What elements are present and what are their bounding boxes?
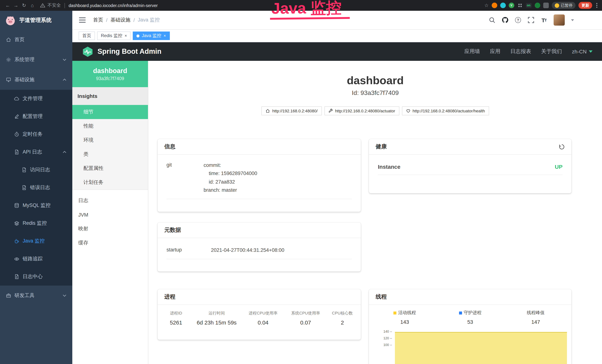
address-bar[interactable]: 不安全 dashboard.yudao.iocoder.cn/infra/adm… bbox=[40, 2, 158, 9]
sidebar-item-dev-tools[interactable]: 研发工具 bbox=[0, 286, 72, 306]
legend-daemon-threads: 守护进程 53 bbox=[437, 310, 503, 325]
sidebar-item-access-log[interactable]: 访问日志 bbox=[0, 161, 72, 179]
app-logo-row[interactable]: 芋道管理系统 bbox=[0, 11, 72, 30]
sidebar-item-trace[interactable]: 链路追踪 bbox=[0, 250, 72, 268]
browser-toolbar-right: ☆ V on 已暂停 更新 bbox=[484, 2, 599, 9]
sba-menu-item-performance[interactable]: 性能 bbox=[72, 119, 148, 133]
info-value: commit: time: 1596289704000 id: 27aa832 … bbox=[204, 161, 352, 194]
extension-icon-toggle[interactable]: on bbox=[526, 3, 532, 8]
fullscreen-icon[interactable] bbox=[528, 17, 534, 23]
sba-menu-item-config-props[interactable]: 配置属性 bbox=[72, 161, 148, 175]
sidebar-item-error-log[interactable]: 错误日志 bbox=[0, 179, 72, 197]
forward-button[interactable]: → bbox=[12, 3, 20, 8]
legend-blue-square bbox=[459, 311, 462, 314]
health-instance-row: Instance UP bbox=[378, 163, 562, 175]
sidebar-item-redis-monitor[interactable]: Redis 监控 bbox=[0, 214, 72, 232]
sba-menu-item-mappings[interactable]: 映射 bbox=[72, 222, 148, 236]
monitor-icon bbox=[6, 77, 11, 82]
process-card-title: 进程 bbox=[158, 289, 361, 305]
sba-menu-item-scheduled-tasks[interactable]: 计划任务 bbox=[72, 175, 148, 190]
hamburger-icon[interactable] bbox=[79, 17, 86, 23]
history-icon[interactable] bbox=[559, 144, 565, 150]
breadcrumb-section[interactable]: 基础设施 bbox=[110, 17, 130, 23]
process-uptime: 运行时间 6d 23h 15m 59s bbox=[192, 310, 242, 326]
metadata-value: 2021-04-27T00:44:31.254+08:00 bbox=[211, 246, 352, 255]
sidebar-item-home[interactable]: 首页 bbox=[0, 30, 72, 50]
sidebar-item-java-monitor[interactable]: Java 监控 bbox=[0, 232, 72, 250]
extension-icon-green-v[interactable]: V bbox=[509, 3, 514, 8]
extension-icon-puzzle[interactable] bbox=[543, 3, 548, 8]
sidebar-item-infra[interactable]: 基础设施 bbox=[0, 70, 72, 90]
document-icon bbox=[14, 150, 19, 155]
update-button[interactable]: 更新 bbox=[579, 2, 592, 9]
info-git-row: git commit: time: 1596289704000 id: 27aa… bbox=[166, 161, 352, 199]
security-warning-label: 不安全 bbox=[47, 2, 61, 9]
sba-nav-about[interactable]: 关于我们 bbox=[541, 48, 562, 55]
extension-icon-drop[interactable] bbox=[500, 3, 505, 8]
sidebar-item-scheduled-jobs[interactable]: 定时任务 bbox=[0, 125, 72, 143]
tab-redis-monitor[interactable]: Redis 监控 × bbox=[97, 32, 131, 40]
sidebar-item-file-manage[interactable]: 文件管理 bbox=[0, 90, 72, 107]
close-icon[interactable]: × bbox=[163, 34, 166, 38]
sba-instance-header[interactable]: dashboard 93a3fc7f7409 bbox=[72, 61, 148, 87]
process-cpu-usage: 进程CPU使用率 0.04 bbox=[242, 310, 284, 326]
bookmark-star-icon[interactable]: ☆ bbox=[484, 3, 489, 8]
profile-paused-badge[interactable]: 已暂停 bbox=[552, 2, 575, 9]
sidebar-item-system[interactable]: 系统管理 bbox=[0, 50, 72, 70]
close-icon[interactable]: × bbox=[125, 34, 127, 38]
user-avatar[interactable] bbox=[554, 14, 565, 26]
sba-brand[interactable]: Spring Boot Admin bbox=[97, 47, 161, 56]
help-icon[interactable]: ? bbox=[515, 17, 521, 23]
sidebar-item-mysql-monitor[interactable]: MySQL 监控 bbox=[0, 197, 72, 214]
sidebar-item-log-center[interactable]: 日志中心 bbox=[0, 268, 72, 286]
breadcrumb-home[interactable]: 首页 bbox=[93, 17, 103, 23]
sba-menu-section-insights[interactable]: Insights bbox=[72, 87, 148, 105]
health-status-badge: UP bbox=[555, 163, 562, 170]
sidebar-item-api-log[interactable]: API 日志 bbox=[0, 143, 72, 161]
font-size-icon[interactable]: TT bbox=[541, 17, 547, 23]
link-service-url[interactable]: http://192.168.0.2:48080/ bbox=[261, 107, 322, 115]
app-sidebar: 芋道管理系统 首页 系统管理 基础设施 文件管理 bbox=[0, 11, 72, 364]
link-health-url[interactable]: http://192.168.0.2:48080/actuator/health bbox=[402, 107, 489, 115]
chevron-down-icon bbox=[63, 59, 66, 61]
browser-menu-icon[interactable] bbox=[595, 3, 599, 8]
sba-nav-journal[interactable]: 日志报表 bbox=[510, 48, 531, 55]
active-tab-dot bbox=[137, 34, 140, 37]
sba-nav-wall[interactable]: 应用墙 bbox=[464, 48, 480, 55]
sba-locale-select[interactable]: zh-CN bbox=[572, 49, 592, 54]
sba-instance-name: dashboard bbox=[93, 67, 127, 75]
threads-legend: 活动线程 143 守护进程 53 线程峰值 147 bbox=[369, 305, 571, 325]
avatar-caret-icon[interactable] bbox=[571, 19, 574, 21]
info-card: 信息 git commit: time: 1596289704000 id: 2… bbox=[158, 139, 361, 212]
timer-icon bbox=[14, 132, 19, 137]
url-text[interactable]: dashboard.yudao.iocoder.cn/infra/admin-s… bbox=[69, 3, 158, 8]
sba-menu-item-jvm[interactable]: JVM bbox=[72, 208, 148, 222]
chart-ytick: 100 bbox=[369, 343, 392, 347]
sidebar-item-config-manage[interactable]: 配置管理 bbox=[0, 107, 72, 125]
link-actuator-url[interactable]: http://192.168.0.2:48080/actuator bbox=[324, 107, 399, 115]
home-button[interactable]: ⌂ bbox=[28, 3, 36, 8]
search-icon[interactable] bbox=[489, 17, 495, 23]
extension-icon-orange[interactable] bbox=[492, 3, 497, 8]
reload-button[interactable]: ↻ bbox=[20, 3, 28, 8]
breadcrumb-separator: / bbox=[106, 17, 108, 23]
back-button[interactable]: ← bbox=[4, 3, 12, 8]
tab-home[interactable]: 首页 bbox=[79, 32, 95, 40]
sba-menu-item-details[interactable]: 细节 bbox=[72, 105, 148, 119]
sba-menu-item-environment[interactable]: 环境 bbox=[72, 133, 148, 147]
home-icon bbox=[6, 37, 11, 42]
extension-icon-leaf[interactable] bbox=[535, 3, 540, 8]
sba-nav-applications[interactable]: 应用 bbox=[490, 48, 500, 55]
document-error-icon bbox=[22, 185, 27, 190]
gear-icon bbox=[6, 57, 11, 62]
tab-java-monitor[interactable]: Java 监控 × bbox=[133, 32, 170, 40]
sba-menu-item-classes[interactable]: 类 bbox=[72, 147, 148, 161]
instance-links: http://192.168.0.2:48080/ http://192.168… bbox=[148, 107, 602, 115]
sba-menu-item-cache[interactable]: 缓存 bbox=[72, 236, 148, 250]
extension-icon-grid[interactable] bbox=[517, 3, 523, 8]
chevron-down-icon bbox=[589, 50, 592, 53]
sba-header: Spring Boot Admin 应用墙 应用 日志报表 关于我们 zh-CN bbox=[72, 42, 602, 61]
github-icon[interactable] bbox=[502, 17, 508, 23]
sba-menu-item-logs[interactable]: 日志 bbox=[72, 193, 148, 208]
sba-insights-group: Insights 细节 性能 环境 类 配置属性 计划任务 bbox=[72, 87, 148, 190]
